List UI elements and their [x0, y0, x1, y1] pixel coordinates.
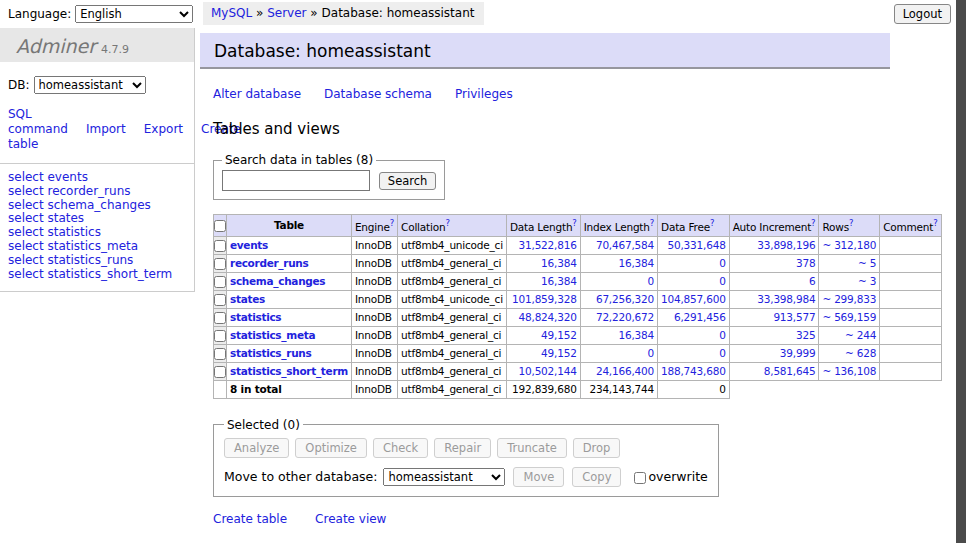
cell-data_free[interactable]: 0 [658, 272, 730, 290]
selected-action-button[interactable]: Analyze [224, 438, 289, 458]
cell-data_free[interactable]: 0 [658, 326, 730, 344]
column-help-link[interactable]: ? [445, 218, 449, 228]
sidebar-select-link[interactable]: select statistics_short_term [8, 268, 194, 282]
database-action-link[interactable]: Database schema [324, 87, 432, 101]
column-help-link[interactable]: ? [710, 218, 714, 228]
cell-index_length[interactable]: 24,166,400 [580, 362, 657, 380]
cell-data_free[interactable]: 104,857,600 [658, 290, 730, 308]
cell-auto_increment[interactable]: 913,577 [729, 308, 819, 326]
table-name-link[interactable]: statistics_meta [230, 329, 315, 341]
cell-data_length[interactable]: 16,384 [506, 272, 580, 290]
search-input[interactable] [222, 170, 370, 191]
create-link[interactable]: Create view [315, 512, 386, 526]
cell-rows[interactable]: ~ 569,159 [819, 308, 880, 326]
cell-auto_increment[interactable]: 33,898,196 [729, 236, 819, 254]
selected-action-button[interactable]: Optimize [295, 438, 367, 458]
create-link[interactable]: Create table [213, 512, 287, 526]
column-help-link[interactable]: ? [849, 218, 853, 228]
table-name-link[interactable]: statistics_short_term [230, 365, 348, 377]
cell-rows[interactable]: ~ 628 [819, 344, 880, 362]
cell-data_free[interactable]: 50,331,648 [658, 236, 730, 254]
cell-rows[interactable]: ~ 5 [819, 254, 880, 272]
breadcrumb-link[interactable]: Server [267, 6, 306, 20]
cell-auto_increment[interactable]: 378 [729, 254, 819, 272]
table-name-link[interactable]: schema_changes [230, 275, 325, 287]
row-checkbox[interactable] [214, 366, 226, 378]
sidebar-action-link[interactable]: SQL command [8, 107, 68, 136]
row-checkbox[interactable] [214, 240, 226, 252]
selected-action-button[interactable]: Check [373, 438, 428, 458]
cell-rows[interactable]: ~ 136,108 [819, 362, 880, 380]
sidebar-select-link[interactable]: select events [8, 171, 194, 185]
overwrite-checkbox[interactable] [634, 472, 646, 484]
column-help-link[interactable]: ? [933, 218, 937, 228]
cell-index_length[interactable]: 70,467,584 [580, 236, 657, 254]
sidebar-select-link[interactable]: select statistics_meta [8, 240, 194, 254]
cell-auto_increment[interactable]: 325 [729, 326, 819, 344]
cell-table-name: schema_changes [227, 272, 352, 290]
cell-rows[interactable]: ~ 244 [819, 326, 880, 344]
cell-data_free[interactable]: 0 [658, 254, 730, 272]
database-action-link[interactable]: Alter database [213, 87, 301, 101]
cell-index_length[interactable]: 16,384 [580, 326, 657, 344]
row-checkbox[interactable] [214, 330, 226, 342]
search-button[interactable]: Search [379, 172, 437, 190]
sidebar-select-link[interactable]: select states [8, 212, 194, 226]
row-checkbox[interactable] [214, 258, 226, 270]
cell-data_length[interactable]: 31,522,816 [506, 236, 580, 254]
db-select[interactable]: homeassistant [34, 76, 146, 94]
cell-data_length[interactable]: 10,502,144 [506, 362, 580, 380]
row-checkbox[interactable] [214, 276, 226, 288]
cell-rows[interactable]: ~ 3 [819, 272, 880, 290]
select-all-checkbox[interactable] [214, 220, 226, 232]
column-help-link[interactable]: ? [390, 218, 394, 228]
cell-auto_increment[interactable]: 6 [729, 272, 819, 290]
cell-data_length[interactable]: 101,859,328 [506, 290, 580, 308]
cell-data_length[interactable]: 49,152 [506, 344, 580, 362]
row-checkbox[interactable] [214, 348, 226, 360]
cell-data_length[interactable]: 16,384 [506, 254, 580, 272]
cell-index_length[interactable]: 0 [580, 344, 657, 362]
table-name-link[interactable]: recorder_runs [230, 257, 308, 269]
cell-data_free[interactable]: 6,291,456 [658, 308, 730, 326]
sidebar-action-link[interactable]: Export [144, 122, 183, 136]
breadcrumb-link[interactable]: MySQL [211, 6, 252, 20]
sidebar-select-link[interactable]: select schema_changes [8, 199, 194, 213]
cell-auto_increment[interactable]: 33,398,984 [729, 290, 819, 308]
database-action-link[interactable]: Privileges [455, 87, 513, 101]
column-help-link[interactable]: ? [811, 218, 815, 228]
selected-action-button[interactable]: Drop [573, 438, 621, 458]
cell-rows[interactable]: ~ 299,833 [819, 290, 880, 308]
sidebar-action-link[interactable]: Import [86, 122, 126, 136]
cell-index_length[interactable]: 0 [580, 272, 657, 290]
sidebar-select-link[interactable]: select statistics [8, 226, 194, 240]
selected-action-button[interactable]: Repair [434, 438, 491, 458]
cell-data_free[interactable]: 0 [658, 344, 730, 362]
row-checkbox[interactable] [214, 294, 226, 306]
cell-data_free[interactable]: 188,743,680 [658, 362, 730, 380]
sidebar-select-link[interactable]: select recorder_runs [8, 185, 194, 199]
table-name-link[interactable]: states [230, 293, 265, 305]
cell-index_length[interactable]: 16,384 [580, 254, 657, 272]
page-scrollbar[interactable] [956, 0, 966, 543]
column-help-link[interactable]: ? [572, 218, 576, 228]
column-help-link[interactable]: ? [650, 218, 654, 228]
cell-rows[interactable]: ~ 312,180 [819, 236, 880, 254]
table-name-link[interactable]: statistics_runs [230, 347, 311, 359]
move-button[interactable]: Move [513, 467, 564, 487]
language-select[interactable]: English [75, 5, 193, 23]
cell-auto_increment[interactable]: 8,581,645 [729, 362, 819, 380]
cell-data_length[interactable]: 48,824,320 [506, 308, 580, 326]
table-name-link[interactable]: events [230, 239, 268, 251]
sidebar-select-link[interactable]: select statistics_runs [8, 254, 194, 268]
cell-index_length[interactable]: 67,256,320 [580, 290, 657, 308]
table-name-link[interactable]: statistics [230, 311, 281, 323]
move-database-select[interactable]: homeassistant [383, 468, 505, 486]
cell-index_length[interactable]: 72,220,672 [580, 308, 657, 326]
logout-button[interactable]: Logout [894, 4, 951, 24]
cell-data_length[interactable]: 49,152 [506, 326, 580, 344]
selected-action-button[interactable]: Truncate [497, 438, 567, 458]
copy-button[interactable]: Copy [572, 467, 621, 487]
cell-auto_increment[interactable]: 39,999 [729, 344, 819, 362]
row-checkbox[interactable] [214, 312, 226, 324]
